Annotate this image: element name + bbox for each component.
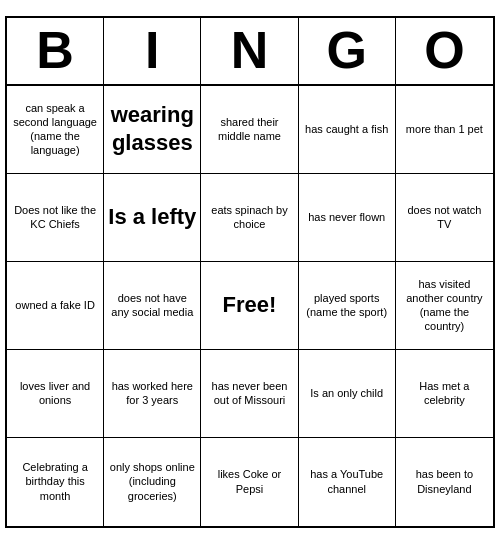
bingo-letter-g: G xyxy=(299,18,396,83)
bingo-cell-16[interactable]: has worked here for 3 years xyxy=(104,350,201,438)
bingo-cell-7[interactable]: eats spinach by choice xyxy=(201,174,298,262)
bingo-cell-24[interactable]: has been to Disneyland xyxy=(396,438,493,526)
bingo-cell-19[interactable]: Has met a celebrity xyxy=(396,350,493,438)
bingo-cell-10[interactable]: owned a fake ID xyxy=(7,262,104,350)
bingo-cell-13[interactable]: played sports (name the sport) xyxy=(299,262,396,350)
bingo-cell-8[interactable]: has never flown xyxy=(299,174,396,262)
bingo-card: BINGO can speak a second language (name … xyxy=(5,16,495,527)
bingo-letter-b: B xyxy=(7,18,104,83)
bingo-cell-11[interactable]: does not have any social media xyxy=(104,262,201,350)
bingo-letter-n: N xyxy=(201,18,298,83)
bingo-cell-4[interactable]: more than 1 pet xyxy=(396,86,493,174)
bingo-cell-6[interactable]: Is a lefty xyxy=(104,174,201,262)
bingo-cell-0[interactable]: can speak a second language (name the la… xyxy=(7,86,104,174)
bingo-cell-20[interactable]: Celebrating a birthday this month xyxy=(7,438,104,526)
free-space[interactable]: Free! xyxy=(201,262,298,350)
bingo-cell-18[interactable]: Is an only child xyxy=(299,350,396,438)
bingo-cell-5[interactable]: Does not like the KC Chiefs xyxy=(7,174,104,262)
bingo-cell-9[interactable]: does not watch TV xyxy=(396,174,493,262)
bingo-header: BINGO xyxy=(7,18,493,85)
bingo-grid: can speak a second language (name the la… xyxy=(7,86,493,526)
bingo-cell-22[interactable]: likes Coke or Pepsi xyxy=(201,438,298,526)
bingo-cell-15[interactable]: loves liver and onions xyxy=(7,350,104,438)
bingo-cell-21[interactable]: only shops online (including groceries) xyxy=(104,438,201,526)
bingo-cell-3[interactable]: has caught a fish xyxy=(299,86,396,174)
bingo-cell-23[interactable]: has a YouTube channel xyxy=(299,438,396,526)
bingo-cell-14[interactable]: has visited another country (name the co… xyxy=(396,262,493,350)
bingo-letter-i: I xyxy=(104,18,201,83)
bingo-letter-o: O xyxy=(396,18,493,83)
bingo-cell-2[interactable]: shared their middle name xyxy=(201,86,298,174)
bingo-cell-1[interactable]: wearing glasses xyxy=(104,86,201,174)
bingo-cell-17[interactable]: has never been out of Missouri xyxy=(201,350,298,438)
